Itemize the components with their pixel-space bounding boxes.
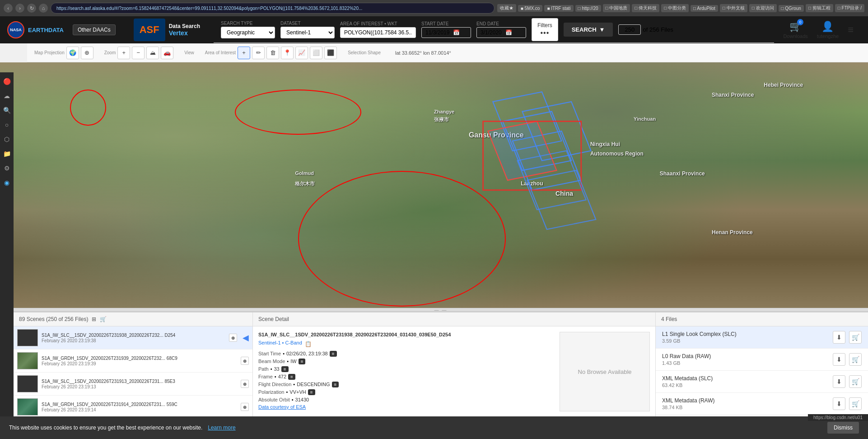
copy-polarization[interactable]: ≡ [308, 389, 315, 395]
satellite-btn[interactable]: 🚗 [161, 47, 173, 59]
download-btn-xml-raw[interactable]: ⬇ [833, 397, 845, 410]
search-button[interactable]: SEARCH ▼ [564, 23, 613, 37]
hamburger-icon[interactable]: ≡ [848, 24, 854, 36]
end-calendar-icon[interactable]: 📅 [505, 29, 512, 36]
bookmark-qgroun[interactable]: □ QGroun [779, 5, 804, 12]
sidebar-icon-4[interactable]: ○ [1, 119, 12, 130]
bookmark-shoucangjia[interactable]: 收藏★ [497, 4, 516, 12]
terrain-btn[interactable]: ⛰ [146, 47, 159, 59]
draw-polygon-btn[interactable]: + [238, 47, 250, 59]
download-size-slc: 3.59 GB [662, 338, 833, 344]
scene-item-4[interactable]: S1A_IW_GRDH_1SDV_20200226T231914_2020022… [14, 396, 252, 419]
url-bar[interactable]: https://search.asf.alaska.edu/#/?zoom=6.… [51, 3, 495, 14]
map-area[interactable]: Gansu Province Ningxia Hui Autonomous Re… [0, 62, 868, 308]
download-item-xml-raw[interactable]: XML Metadata (RAW) 38.74 KB ⬇ 🛒 [656, 393, 868, 415]
copy-path[interactable]: ≡ [281, 366, 289, 372]
sidebar-icon-3[interactable]: 🔍 [1, 105, 12, 116]
other-daacs-button[interactable]: Other DAACs [73, 24, 116, 35]
data-courtesy-link[interactable]: Data courtesy of ESA [258, 404, 306, 410]
sidebar-icon-1[interactable]: 🔴 [1, 76, 12, 87]
asf-logo: ASF [134, 19, 165, 41]
add-to-queue-btn-raw[interactable]: 🛒 [849, 353, 862, 366]
bookmark-zhongguo-dizhi[interactable]: □ 中国地质 [603, 4, 630, 12]
edit-polygon-btn[interactable]: ✏ [252, 47, 265, 59]
add-to-queue-btn-xml-slc[interactable]: 🛒 [849, 375, 862, 388]
globe-icon-btn[interactable]: 🌍 [66, 47, 79, 59]
zoom-icon-3[interactable]: ⊕ [241, 380, 249, 388]
bookmarks-bar: 收藏★ ■ 5MX.co ■ ITRF stati □ http://20 □ … [497, 4, 864, 12]
download-name-xml-slc: XML Metadata (SLC) [662, 375, 833, 382]
user-menu[interactable]: 👤 tutengzhe [817, 21, 839, 39]
sidebar-icon-7[interactable]: ⚙ [1, 163, 12, 174]
cookie-dismiss-button[interactable]: Dismiss [827, 422, 859, 434]
zoom-icon-4[interactable]: ⊕ [241, 403, 249, 411]
bookmark-ardupilot[interactable]: □ ArduPilot [691, 5, 718, 12]
dataset-label: Dataset [280, 21, 335, 26]
map-resize-handle[interactable]: — — [14, 308, 868, 312]
calendar-icon[interactable]: 📅 [453, 29, 460, 36]
line-btn[interactable]: 📈 [295, 47, 308, 59]
aoi-input[interactable] [340, 27, 416, 38]
upload-btn[interactable]: ⬛ [324, 47, 337, 59]
svg-marker-2 [513, 131, 581, 190]
sidebar-icon-5[interactable]: ⬡ [1, 134, 12, 145]
nasa-text: NASA [10, 28, 22, 32]
search-type-select[interactable]: Geographic [221, 27, 275, 38]
absolute-orbit-row: Absolute Orbit • 31430 [258, 397, 554, 402]
copy-flight-direction[interactable]: ≡ [332, 382, 339, 387]
bookmark-huanying[interactable]: □ 欢迎访问 [749, 4, 777, 12]
sidebar-icon-2[interactable]: ☁ [1, 90, 12, 101]
download-item-xml-slc[interactable]: XML Metadata (SLC) 63.42 KB ⬇ 🛒 [656, 371, 868, 393]
copy-start-time[interactable]: ≡ [330, 351, 337, 357]
copy-frame[interactable]: ≡ [288, 374, 295, 380]
download-actions-xml-raw: ⬇ 🛒 [833, 397, 862, 410]
start-date-input[interactable]: 11/3/2019 📅 [421, 27, 471, 38]
cookie-learn-more-link[interactable]: Learn more [208, 425, 235, 431]
bookmark-yitian[interactable]: □ 倚天科技 [632, 4, 659, 12]
bookmark-ftp[interactable]: □ FTP目录 / [835, 4, 864, 12]
cart-add-icon[interactable]: 🛒 [100, 316, 107, 322]
end-date-input[interactable]: 3/1/2020 📅 [476, 27, 526, 38]
download-size-xml-raw: 38.74 KB [662, 405, 833, 410]
scene-item-1[interactable]: S1A_IW_SLC__1SDV_20200226T231938_2020022… [14, 326, 252, 349]
zoom-icon-1[interactable]: ⊕ [229, 334, 237, 342]
zoom-in-button[interactable]: + [117, 47, 130, 59]
scene-item-3[interactable]: S1A_IW_SLC__1SDV_20200226T231913_2020022… [14, 373, 252, 396]
downloads-button[interactable]: 🛒 0 Downloads [783, 21, 807, 39]
refresh-button[interactable]: ↻ [27, 4, 36, 13]
file-count-of: of 256 Files [643, 26, 673, 33]
bookmark-zhongwai[interactable]: □ 中外文核 [720, 4, 747, 12]
resize-dots: — — [434, 307, 448, 312]
forward-button[interactable]: › [15, 4, 24, 13]
add-to-queue-btn-slc[interactable]: 🛒 [849, 331, 862, 344]
download-btn-xml-slc[interactable]: ⬇ [833, 375, 845, 388]
scene-item-2[interactable]: S1A_IW_GRDH_1SDV_20200226T231939_2020022… [14, 349, 252, 373]
crosshair-btn[interactable]: ⊕ [81, 47, 93, 59]
bookmark-5mx[interactable]: ■ 5MX.co [518, 5, 543, 12]
point-btn[interactable]: 📍 [281, 47, 294, 59]
scene-info-3: S1A_IW_SLC__1SDV_20200226T231913_2020022… [42, 378, 237, 389]
zoom-out-button[interactable]: − [132, 47, 145, 59]
add-to-queue-btn-xml-raw[interactable]: 🛒 [849, 397, 862, 410]
grid-view-icon[interactable]: ⊞ [92, 316, 96, 322]
back-button[interactable]: ‹ [4, 4, 13, 13]
download-item-raw[interactable]: L0 Raw Data (RAW) 1.43 GB ⬇ 🛒 [656, 349, 868, 371]
dataset-select[interactable]: Sentinel-1 [280, 27, 335, 38]
sidebar-icon-6[interactable]: 📁 [1, 148, 12, 159]
scene-name-3: S1A_IW_SLC__1SDV_20200226T231913_2020022… [42, 378, 237, 384]
bookmark-jianjian[interactable]: □ 剪辑工程 [806, 4, 833, 12]
zoom-icon-2[interactable]: ⊕ [241, 357, 249, 365]
sidebar-icon-8[interactable]: ◉ [1, 177, 12, 188]
filters-button[interactable]: Filters ••• [532, 18, 558, 41]
bbox-btn[interactable]: ⬜ [310, 47, 322, 59]
home-button[interactable]: ⌂ [39, 4, 48, 13]
copy-beam-mode[interactable]: ≡ [299, 359, 306, 364]
delete-polygon-btn[interactable]: 🗑 [266, 47, 279, 59]
bookmark-itrf[interactable]: ■ ITRF stati [544, 5, 573, 12]
copy-icon[interactable]: 📋 [305, 341, 312, 347]
download-btn-raw[interactable]: ⬇ [833, 353, 845, 366]
bookmark-http20[interactable]: □ http://20 [575, 5, 601, 12]
download-item-slc[interactable]: L1 Single Look Complex (SLC) 3.59 GB ⬇ 🛒 [656, 326, 868, 349]
download-btn-slc[interactable]: ⬇ [833, 331, 845, 344]
bookmark-zhongtu[interactable]: □ 中图分类 [661, 4, 689, 12]
